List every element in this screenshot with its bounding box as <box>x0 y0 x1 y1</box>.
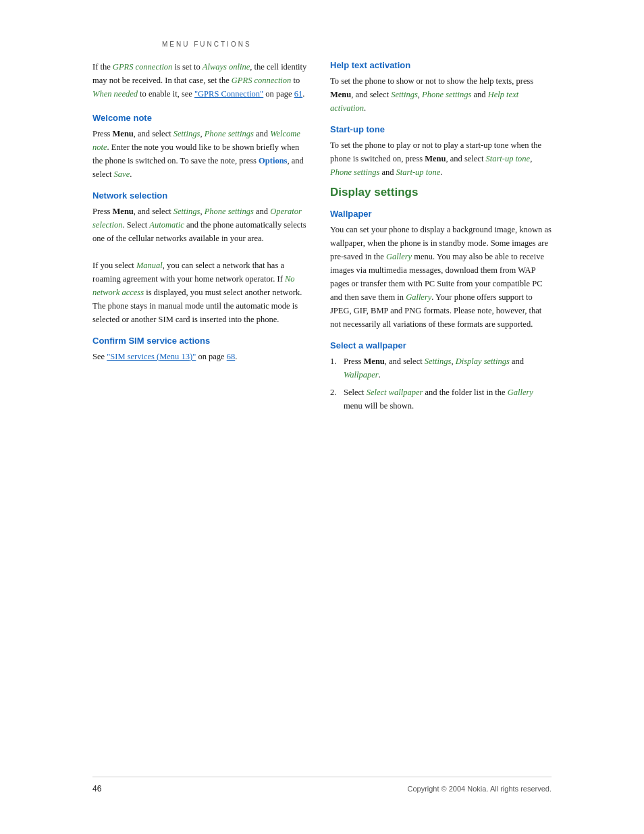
menu-bold-5: Menu <box>364 357 385 366</box>
step-1-text: Press Menu, and select Settings, Display… <box>344 355 552 382</box>
gprs-connection-ref2: GPRS connection <box>232 76 292 85</box>
no-network-access-ref: No network access <box>92 274 295 297</box>
select-wallpaper-heading: Select a wallpaper <box>330 340 552 350</box>
wallpaper-ref: Wallpaper <box>344 370 379 380</box>
wallpaper-step-2: 2. Select Select wallpaper and the folde… <box>330 386 552 413</box>
save-ref: Save <box>114 170 130 179</box>
welcome-note-body: Press Menu, and select Settings, Phone s… <box>92 127 308 181</box>
copyright-text: Copyright © 2004 Nokia. All rights reser… <box>407 785 552 793</box>
menu-bold-3: Menu <box>330 90 351 99</box>
section-label: Menu functions <box>162 41 252 48</box>
settings-ref-3: Settings <box>391 90 418 99</box>
gallery-ref-3: Gallery <box>508 388 533 397</box>
phone-settings-ref-1: Phone settings <box>205 129 254 138</box>
settings-ref-4: Settings <box>425 357 452 366</box>
startup-tone-ref2: Start-up tone <box>396 167 441 177</box>
gallery-ref-1: Gallery <box>386 252 412 261</box>
display-settings-heading: Display settings <box>330 186 552 199</box>
step-2-text: Select Select wallpaper and the folder l… <box>344 386 552 413</box>
settings-ref-1: Settings <box>173 129 200 138</box>
menu-bold-4: Menu <box>425 154 446 163</box>
page-61-link: 61 <box>294 89 303 99</box>
footer-divider <box>92 777 552 777</box>
options-bold: Options <box>259 156 287 165</box>
manual-ref: Manual <box>136 261 163 270</box>
help-text-heading: Help text activation <box>330 60 552 70</box>
gprs-connection-link: "GPRS Connection" <box>194 89 263 99</box>
phone-settings-ref-2: Phone settings <box>205 207 254 216</box>
when-needed-ref: When needed <box>92 89 138 99</box>
startup-tone-body: To set the phone to play or not to play … <box>330 138 552 179</box>
wallpaper-heading: Wallpaper <box>330 209 552 219</box>
confirm-sim-heading: Confirm SIM service actions <box>92 336 308 346</box>
intro-paragraph: If the GPRS connection is set to Always … <box>92 60 308 101</box>
wallpaper-body: You can set your phone to display a back… <box>330 223 552 331</box>
step-number-1: 1. <box>330 355 340 382</box>
footer-content: 46 Copyright © 2004 Nokia. All rights re… <box>92 784 552 793</box>
settings-ref-2: Settings <box>173 207 200 216</box>
startup-tone-ref1: Start-up tone <box>486 154 531 163</box>
network-selection-body: Press Menu, and select Settings, Phone s… <box>92 205 308 326</box>
startup-tone-heading: Start-up tone <box>330 124 552 134</box>
menu-bold-1: Menu <box>113 129 134 138</box>
phone-settings-ref-4: Phone settings <box>330 167 379 177</box>
gallery-ref-2: Gallery <box>406 292 431 302</box>
page: Menu functions If the GPRS connection is… <box>0 0 644 834</box>
wallpaper-step-1: 1. Press Menu, and select Settings, Disp… <box>330 355 552 382</box>
select-wallpaper-ref: Select wallpaper <box>367 388 423 397</box>
select-wallpaper-list: 1. Press Menu, and select Settings, Disp… <box>330 355 552 413</box>
sim-services-link: "SIM services (Menu 13)" <box>107 352 196 361</box>
left-column: If the GPRS connection is set to Always … <box>92 60 308 413</box>
always-online-ref: Always online <box>203 62 250 72</box>
step-number-2: 2. <box>330 386 340 413</box>
automatic-ref: Automatic <box>149 220 184 230</box>
gprs-connection-ref1: GPRS connection <box>113 62 173 72</box>
menu-bold-2: Menu <box>113 207 134 216</box>
network-selection-heading: Network selection <box>92 190 308 201</box>
content-area: If the GPRS connection is set to Always … <box>92 60 552 413</box>
display-settings-ref: Display settings <box>456 357 510 366</box>
phone-settings-ref-3: Phone settings <box>422 90 471 99</box>
footer: 46 Copyright © 2004 Nokia. All rights re… <box>0 777 644 793</box>
welcome-note-heading: Welcome note <box>92 113 308 123</box>
page-number: 46 <box>92 784 101 793</box>
help-text-body: To set the phone to show or not to show … <box>330 74 552 115</box>
right-column: Help text activation To set the phone to… <box>330 60 552 413</box>
confirm-sim-body: See "SIM services (Menu 13)" on page 68. <box>92 350 308 363</box>
page-68-link: 68 <box>227 352 236 361</box>
